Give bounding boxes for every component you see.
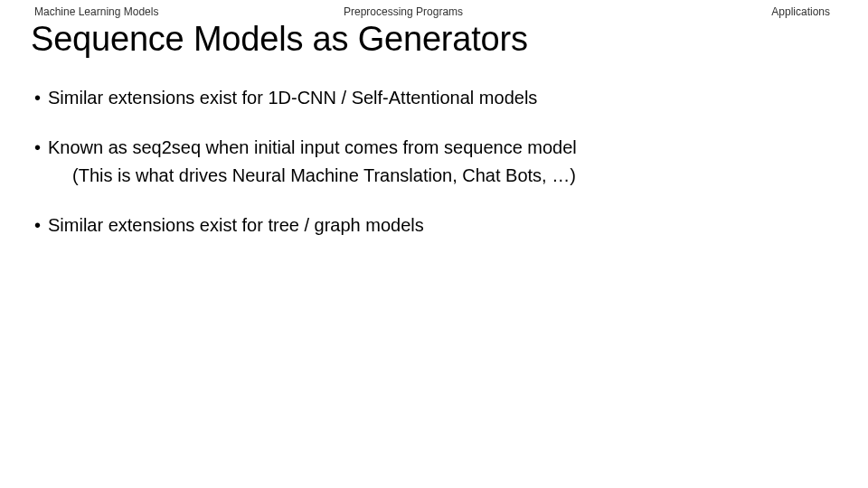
slide-content: • Similar extensions exist for 1D-CNN / …: [0, 59, 868, 238]
bullet-item: • Known as seq2seq when initial input co…: [34, 136, 868, 160]
bullet-subtext: (This is what drives Neural Machine Tran…: [34, 164, 868, 188]
bullet-item: • Similar extensions exist for 1D-CNN / …: [34, 86, 868, 110]
header-label-preprocessing: Preprocessing Programs: [344, 5, 615, 18]
header-label-ml-models: Machine Learning Models: [0, 5, 344, 18]
bullet-marker-icon: •: [34, 213, 41, 238]
bullet-text: Similar extensions exist for 1D-CNN / Se…: [48, 86, 868, 110]
bullet-block: • Known as seq2seq when initial input co…: [34, 136, 868, 188]
bullet-text: Similar extensions exist for tree / grap…: [48, 213, 868, 238]
bullet-marker-icon: •: [34, 136, 41, 160]
bullet-marker-icon: •: [34, 86, 41, 110]
slide-title: Sequence Models as Generators: [0, 18, 868, 59]
bullet-item: • Similar extensions exist for tree / gr…: [34, 213, 868, 238]
bullet-text: Known as seq2seq when initial input come…: [48, 136, 868, 160]
header-label-applications: Applications: [771, 5, 868, 18]
header-nav: Machine Learning Models Preprocessing Pr…: [0, 0, 868, 18]
